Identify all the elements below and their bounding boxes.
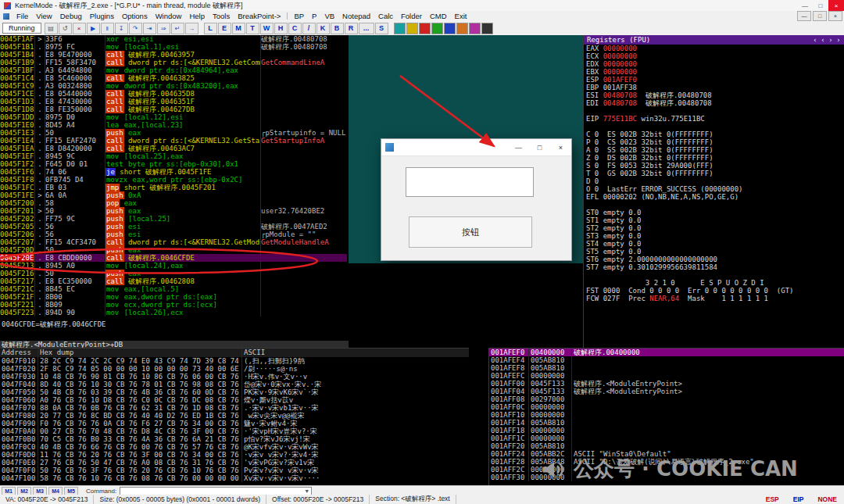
plugin-menu-item-folder[interactable]: Folder bbox=[397, 12, 426, 20]
disasm-row[interactable]: 0045F201>50push eaxuser32.76420BE2 bbox=[0, 207, 347, 215]
dump-row[interactable]: 0047F01028 2C C9 74 2C 2C C9 74 E0 43 C9… bbox=[0, 357, 469, 365]
menu-item-help[interactable]: Help bbox=[185, 12, 209, 20]
disasm-row[interactable]: 0045F1F6.74 06je short 破解程序.0045F1FE bbox=[0, 168, 347, 176]
menu-item-tools[interactable]: Tools bbox=[209, 12, 234, 20]
letter-button-b[interactable]: B bbox=[331, 23, 344, 34]
letter-button-t[interactable]: T bbox=[246, 23, 259, 34]
disasm-row[interactable]: 0045F205.56push esi破解程序.0047AED2 bbox=[0, 223, 347, 231]
disasm-row[interactable]: 0045F1EF.8945 9Cmov [local.25],eax bbox=[0, 152, 347, 160]
dump-row[interactable]: 0047F0202F 8C C9 74 05 00 00 00 10 00 00… bbox=[0, 365, 469, 373]
disasm-row[interactable]: 0045F216.50push eax bbox=[0, 270, 347, 277]
disasm-row[interactable]: 0045F200.58pop eax bbox=[0, 199, 347, 207]
disasm-row[interactable]: 0045F202.FF75 9Cpush [local.25] bbox=[0, 215, 347, 223]
menu-item-options[interactable]: Options bbox=[118, 12, 152, 20]
dump-row[interactable]: 0047F0B070 C5 CB 76 B0 33 CB 76 4A 36 CB… bbox=[0, 435, 469, 443]
letter-button-k[interactable]: K bbox=[316, 23, 330, 34]
dump-row[interactable]: 0047F0408D 40 CB 76 10 30 CB 76 78 01 CB… bbox=[0, 381, 469, 388]
dialog-text-input[interactable] bbox=[406, 167, 534, 197]
disasm-row[interactable]: 0045F1EA.E8 D8420000call 破解程序.00463AC7 bbox=[0, 145, 347, 152]
dump-row[interactable]: 0047F07088 0A CB 76 0B 76 CB 76 62 31 CB… bbox=[0, 404, 469, 412]
disasm-row[interactable]: 0045F20D.50push eax bbox=[0, 246, 347, 254]
letter-button-h[interactable]: H bbox=[274, 23, 288, 34]
command-input[interactable]: ▼ bbox=[120, 487, 312, 495]
disasm-row[interactable]: 0045F1C9.A3 00324800mov dword ptr ds:[0x… bbox=[0, 82, 347, 90]
stack-row[interactable]: 001AFF040045F133破解程序.<ModuleEntryPoint> bbox=[489, 388, 844, 395]
disasm-row[interactable]: 0045F1F2.F645 D0 01test byte ptr ss:[ebp… bbox=[0, 160, 347, 168]
mdi-minimize-button[interactable]: — bbox=[797, 11, 811, 21]
stack-row[interactable]: 001AFF20005AB810 bbox=[489, 442, 844, 450]
mdi-close-button[interactable]: × bbox=[828, 11, 842, 21]
dump-row[interactable]: 0047F05050 4B CB 76 03 39 CB 76 4B 36 CB… bbox=[0, 388, 469, 396]
plugin-icon-red[interactable] bbox=[419, 23, 431, 34]
plugin-icon-magenta[interactable] bbox=[469, 23, 481, 34]
disasm-row[interactable]: 0045F1E3.50push eax┌pStartupinfo = NULL bbox=[0, 129, 347, 137]
bookmark-button-m4[interactable]: M4 bbox=[48, 487, 63, 495]
disasm-row[interactable]: 0045F223.894D 90mov [local.26],ecx bbox=[0, 309, 347, 316]
dump-row[interactable]: 0047F0E027 76 CB 76 50 47 CB 76 A0 08 CB… bbox=[0, 459, 469, 466]
disasm-row[interactable]: 0045F1FC.EB 03jmp short 破解程序.0045F201 bbox=[0, 184, 347, 191]
dialog-close-button[interactable]: × bbox=[550, 139, 571, 155]
disasm-row[interactable]: 0045F1E0.8D45 A4lea eax,[local.23] bbox=[0, 121, 347, 129]
dialog-minimize-button[interactable]: — bbox=[508, 139, 529, 155]
mdi-restore-button[interactable]: □ bbox=[813, 11, 827, 21]
plugin-menu-item-bp[interactable]: BP bbox=[290, 12, 308, 20]
disasm-row[interactable]: 0045F217.E8 EC350000call 破解程序.00462808 bbox=[0, 277, 347, 285]
bookmark-button-m2[interactable]: M2 bbox=[17, 487, 31, 495]
dialog-title-bar[interactable]: —□× bbox=[381, 139, 571, 156]
stack-row[interactable]: 001AFF1800000000 bbox=[489, 427, 844, 434]
disasm-row[interactable]: 0045F20E.E8 CBDD0000call 破解程序.0046CFDE bbox=[0, 254, 347, 262]
plugin-icon-yellow[interactable] bbox=[406, 23, 418, 34]
step-over-icon[interactable]: ↷ bbox=[129, 23, 142, 34]
plugin-menu-item-calc[interactable]: Calc bbox=[374, 12, 397, 20]
plugin-menu-item-exit[interactable]: Exit bbox=[451, 12, 471, 20]
disasm-row[interactable]: 0045F1CE.E8 05440000call 破解程序.004635D8 bbox=[0, 90, 347, 98]
letter-button-s[interactable]: S bbox=[375, 23, 388, 34]
plugin-icon-blue[interactable] bbox=[444, 23, 456, 34]
plugin-menu-item-vb[interactable]: VB bbox=[320, 12, 338, 20]
registers-scroll-arrow-2[interactable]: › bbox=[827, 37, 835, 44]
letter-button-dots[interactable]: ... bbox=[359, 23, 374, 34]
menu-item-plugins[interactable]: Plugins bbox=[86, 12, 118, 20]
minimize-button[interactable]: — bbox=[797, 0, 813, 11]
dump-row[interactable]: 0047F08020 77 CB 76 8C BD CB 76 40 40 D2… bbox=[0, 412, 469, 420]
disasm-row[interactable]: 0045F1B9.FF15 58F3470call dword ptr ds:[… bbox=[0, 59, 347, 66]
dialog-button[interactable]: 按钮 bbox=[409, 216, 532, 248]
letter-button-c[interactable]: C bbox=[288, 23, 302, 34]
menu-item-window[interactable]: Window bbox=[152, 12, 186, 20]
dump-row[interactable]: 0047F10058 76 CB 76 10 76 CB 76 08 76 CB… bbox=[0, 474, 469, 482]
stack-row[interactable]: 001AFF000045F133破解程序.<ModuleEntryPoint> bbox=[489, 380, 844, 388]
trace-over-icon[interactable]: ⇒ bbox=[157, 23, 170, 34]
stack-row[interactable]: 001AFEF000400000破解程序.00400000 bbox=[489, 349, 844, 356]
plugin-icon-dark[interactable] bbox=[481, 23, 493, 34]
stack-row[interactable]: 001AFEFC00000000 bbox=[489, 372, 844, 380]
disasm-row[interactable]: 0045F1B1.8975 FCmov [local.1],esi破解程序.00… bbox=[0, 43, 347, 51]
dump-row[interactable]: 0047F0F050 76 CB 76 3F 76 CB 76 20 76 CB… bbox=[0, 466, 469, 474]
disasm-row[interactable]: 0045F1E4.FF15 EAF2470call dword ptr ds:[… bbox=[0, 137, 347, 145]
disasm-row[interactable]: 0045F221.8B09mov ecx,dword ptr ds:[ecx] bbox=[0, 301, 347, 309]
disasm-row[interactable]: 0045F1D3.E8 47430000call 破解程序.0046351F bbox=[0, 98, 347, 105]
registers-scroll-arrow-1[interactable]: ‹ bbox=[819, 37, 827, 44]
debuggee-dialog[interactable]: —□× 按钮 bbox=[381, 138, 572, 261]
dump-row[interactable]: 0047F0C040 4B CB 76 66 76 CB 76 00 76 CB… bbox=[0, 443, 469, 451]
dump-row[interactable]: 0047F090F0 76 CB 76 76 0A CB 76 F6 27 CB… bbox=[0, 420, 469, 427]
registers-scroll-arrow-0[interactable]: ‹ bbox=[811, 37, 819, 44]
letter-button-r[interactable]: R bbox=[345, 23, 358, 34]
dump-row[interactable]: 0047F03010 48 CB 76 90 81 CB 76 10 86 CB… bbox=[0, 373, 469, 381]
dialog-maximize-button[interactable]: □ bbox=[529, 139, 550, 155]
close-button[interactable]: × bbox=[828, 0, 844, 11]
plugin-menu-item-cmd[interactable]: CMD bbox=[426, 12, 451, 20]
menu-item-view[interactable]: View bbox=[32, 12, 55, 20]
disasm-row[interactable]: 0045F21F.8B00mov eax,dword ptr ds:[eax] bbox=[0, 293, 347, 301]
plugin-menu-item-p[interactable]: P bbox=[308, 12, 320, 20]
dump-row[interactable]: 0047F0A000 27 CB 76 70 48 CB 76 D8 4C CB… bbox=[0, 427, 469, 435]
dump-row[interactable]: 0047F060A0 76 CB 76 10 D8 CB 76 C0 0C CB… bbox=[0, 396, 469, 404]
disasm-row[interactable]: 0045F213.8945 A0mov [local.24],eax bbox=[0, 262, 347, 270]
disasm-row[interactable]: 0045F1AF>33F6xor esi,esi破解程序.00480708 bbox=[0, 35, 347, 43]
stack-row[interactable]: 001AFF14005AB810 bbox=[489, 419, 844, 427]
dump-row[interactable]: 0047F0D011 76 CB 76 20 76 CB 76 3F 00 CB… bbox=[0, 451, 469, 459]
disasm-row[interactable]: 0045F21C.8B45 ECmov eax,[local.5] bbox=[0, 285, 347, 293]
step-into-icon[interactable]: ↧ bbox=[115, 23, 128, 34]
disasm-row[interactable]: 0045F1F8.0FB745 D4movzx eax,word ptr ss:… bbox=[0, 176, 347, 184]
close-program-icon[interactable]: × bbox=[73, 23, 86, 34]
stack-row[interactable]: 001AFF0C00000000 bbox=[489, 403, 844, 411]
